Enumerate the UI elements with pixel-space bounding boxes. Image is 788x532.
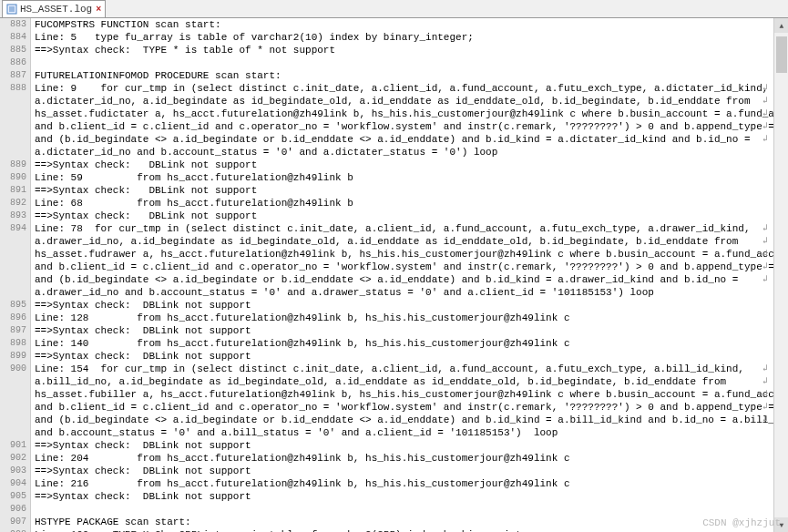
code-content[interactable]: FUCOMPSTRS FUNCTION scan start:Line: 5 t… <box>31 18 773 532</box>
code-line: hs_asset.fudictater a, hs_acct.futurelat… <box>35 107 770 120</box>
line-number <box>4 120 26 133</box>
code-line: a.dictater_id_no, a.id_begindate as id_b… <box>35 95 770 107</box>
line-number <box>4 107 26 120</box>
code-line: ==>Syntax check: DBLink not support <box>35 350 770 363</box>
line-number: 903 <box>4 465 26 477</box>
line-number: 907 <box>4 516 26 528</box>
line-number: 885 <box>4 44 26 56</box>
code-line: ==>Syntax check: DBLink not support <box>35 439 770 452</box>
code-line: ==>Syntax check: TYPE * is table of * no… <box>35 44 770 56</box>
code-line: a.dictater_id_no and b.account_status = … <box>35 146 770 159</box>
editor-area: 8838848858868878888898908918928938948958… <box>0 18 788 532</box>
code-line: hs_asset.fudrawer a, hs_acct.futurelatio… <box>35 248 770 261</box>
line-number: 887 <box>4 69 26 82</box>
code-line: a.drawer_id_no, a.id_begindate as id_beg… <box>35 235 770 248</box>
line-number: 886 <box>4 56 26 69</box>
tab-title: HS_ASSET.log <box>20 4 92 15</box>
line-number: 896 <box>4 312 26 324</box>
code-line: Line: 204 from hs_acct.futurelation@zh49… <box>35 452 770 465</box>
line-number: 897 <box>4 324 26 337</box>
tab-close-icon[interactable]: × <box>96 5 101 15</box>
code-line: hs_asset.fubiller a, hs_acct.futurelatio… <box>35 388 770 401</box>
line-number: 904 <box>4 477 26 490</box>
code-line: ==>Syntax check: DBLink not support <box>35 210 770 222</box>
line-number <box>4 235 26 248</box>
vertical-scrollbar[interactable]: ▲ ▼ <box>773 18 788 532</box>
code-line: Line: 59 from hs_acct.futurelation@zh49l… <box>35 171 770 184</box>
code-line: HSTYPE PACKAGE scan start: <box>35 516 770 528</box>
code-line: Line: 140 from hs_acct.futurelation@zh49… <box>35 337 770 350</box>
line-number <box>4 133 26 146</box>
file-icon <box>6 4 17 15</box>
line-number <box>4 414 26 426</box>
line-number: 895 <box>4 299 26 312</box>
code-line: Line: 5 type fu_array is table of varcha… <box>35 31 770 44</box>
line-number: 891 <box>4 184 26 197</box>
code-line: ==>Syntax check: DBLink not support <box>35 184 770 197</box>
line-number <box>4 375 26 388</box>
line-number: 883 <box>4 18 26 31</box>
line-number: 892 <box>4 197 26 210</box>
line-number <box>4 95 26 107</box>
code-line: and (b.id_begindate <> a.id_begindate or… <box>35 273 770 286</box>
code-line: ==>Syntax check: DBLink not support <box>35 159 770 171</box>
code-line <box>35 56 770 69</box>
line-number: 899 <box>4 350 26 363</box>
code-line: and b.client_id = c.client_id and c.oper… <box>35 401 770 414</box>
code-line: and (b.id_begindate <> a.id_begindate or… <box>35 133 770 146</box>
watermark: CSDN @xjhzjut <box>702 517 781 528</box>
line-number <box>4 401 26 414</box>
line-number: 893 <box>4 210 26 222</box>
line-number <box>4 248 26 261</box>
line-number <box>4 426 26 439</box>
code-line: ==>Syntax check: DBLink not support <box>35 299 770 312</box>
scroll-thumb[interactable] <box>776 36 787 73</box>
line-number: 894 <box>4 222 26 235</box>
line-number: 888 <box>4 82 26 95</box>
line-number <box>4 146 26 159</box>
line-number: 884 <box>4 31 26 44</box>
code-line: Line: 154 for cur_tmp in (select distinc… <box>35 363 770 375</box>
code-line: Line: 68 from hs_acct.futurelation@zh49l… <box>35 197 770 210</box>
line-number <box>4 388 26 401</box>
code-line: and b.account_status = '0' and a.bill_st… <box>35 426 770 439</box>
line-number: 889 <box>4 159 26 171</box>
line-number: 902 <box>4 452 26 465</box>
line-number: 905 <box>4 490 26 503</box>
line-number <box>4 286 26 299</box>
scroll-up-arrow[interactable]: ▲ <box>774 18 788 33</box>
code-line: and b.client_id = c.client_id and c.oper… <box>35 120 770 133</box>
code-line: ==>Syntax check: DBLink not support <box>35 324 770 337</box>
code-line: Line: 9 for cur_tmp in (select distinct … <box>35 82 770 95</box>
code-line: Line: 216 from hs_acct.futurelation@zh49… <box>35 477 770 490</box>
code-line: FUCOMPSTRS FUNCTION scan start: <box>35 18 770 31</box>
line-number: 908 <box>4 528 26 532</box>
code-line: Line: 78 for cur_tmp in (select distinct… <box>35 222 770 235</box>
code-line <box>35 503 770 516</box>
line-number: 900 <box>4 363 26 375</box>
line-number <box>4 273 26 286</box>
code-line: and (b.id_begindate <> a.id_begindate or… <box>35 414 770 426</box>
line-number-gutter: 8838848858868878888898908918928938948958… <box>0 18 31 532</box>
code-line: Line: 100 TYPE HsChar255List is table of… <box>35 528 770 532</box>
code-line: and b.client_id = c.client_id and c.oper… <box>35 261 770 273</box>
code-line: ==>Syntax check: DBLink not support <box>35 465 770 477</box>
file-tab[interactable]: HS_ASSET.log × <box>2 0 106 17</box>
code-line: a.bill_id_no, a.id_begindate as id_begin… <box>35 375 770 388</box>
tab-bar: HS_ASSET.log × <box>0 0 788 18</box>
line-number: 901 <box>4 439 26 452</box>
code-line: Line: 128 from hs_acct.futurelation@zh49… <box>35 312 770 324</box>
code-line: ==>Syntax check: DBLink not support <box>35 490 770 503</box>
line-number: 906 <box>4 503 26 516</box>
code-line: FUTURELATIONINFOMOD PROCEDURE scan start… <box>35 69 770 82</box>
line-number <box>4 261 26 273</box>
line-number: 898 <box>4 337 26 350</box>
line-number: 890 <box>4 171 26 184</box>
code-line: a.drawer_id_no and b.account_status = '0… <box>35 286 770 299</box>
